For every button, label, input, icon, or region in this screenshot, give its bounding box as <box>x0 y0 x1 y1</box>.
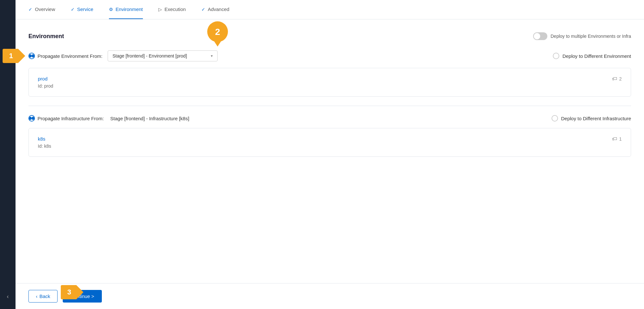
footer-buttons: 3 ‹ Back Continue > <box>28 290 102 303</box>
propagate-infra-radio-button[interactable] <box>28 115 35 122</box>
tab-overview[interactable]: ✓ Overview <box>28 0 55 19</box>
infra-k8s-tag: 🏷 1 <box>612 136 622 142</box>
section-divider <box>28 106 631 106</box>
tab-navigation: ✓ Overview ✓ Service ⚙ Environment ▷ Exe… <box>16 0 644 19</box>
deploy-different-infra-label: Deploy to Different Infrastructure <box>561 116 631 121</box>
environment-icon: ⚙ <box>109 7 113 12</box>
environment-title: Environment <box>28 33 64 40</box>
tab-execution-label: Execution <box>165 6 186 12</box>
svg-text:2: 2 <box>215 27 220 37</box>
chevron-down-icon: ▾ <box>211 54 213 58</box>
sidebar: ‹ <box>0 0 16 309</box>
tab-service[interactable]: ✓ Service <box>71 0 93 19</box>
execution-icon: ▷ <box>158 7 162 12</box>
propagate-env-label: Propagate Environment From: <box>38 53 102 59</box>
main-content: ✓ Overview ✓ Service ⚙ Environment ▷ Exe… <box>16 0 644 309</box>
tab-execution[interactable]: ▷ Execution <box>158 0 186 19</box>
back-button[interactable]: ‹ Back <box>28 290 58 303</box>
propagate-env-value: Stage [frontend] - Environment [prod] <box>113 53 187 59</box>
propagate-infra-value: Stage [frontend] - Infrastructure [k8s] <box>110 116 189 121</box>
propagate-env-dropdown[interactable]: Stage [frontend] - Environment [prod] ▾ <box>108 50 218 61</box>
env-prod-info: prod Id: prod <box>38 76 53 89</box>
deploy-different-env-radio[interactable] <box>553 53 559 59</box>
env-prod-card: prod Id: prod 🏷 2 <box>28 68 631 97</box>
multi-env-toggle-row: Deploy to multiple Environments or Infra <box>533 32 631 40</box>
tag-icon: 🏷 <box>612 136 617 142</box>
propagate-infra-label: Propagate Infrastructure From: <box>38 116 104 121</box>
environment-header: Environment Deploy to multiple Environme… <box>28 32 631 40</box>
tab-advanced[interactable]: ✓ Advanced <box>201 0 230 19</box>
check-icon: ✓ <box>71 7 75 12</box>
infra-k8s-id: Id: k8s <box>38 144 51 149</box>
env-prod-tag: 🏷 2 <box>612 76 622 82</box>
tab-service-label: Service <box>77 6 93 12</box>
tab-environment[interactable]: ⚙ Environment <box>109 0 143 19</box>
propagate-infra-row: Propagate Infrastructure From: Stage [fr… <box>28 115 631 122</box>
tab-overview-label: Overview <box>35 6 55 12</box>
badge-3-body: 3 <box>61 285 76 299</box>
footer-bar: 3 ‹ Back Continue > <box>16 283 644 309</box>
propagate-env-row: 1 Propagate Environment From: Stage [fro… <box>28 50 631 61</box>
back-label: Back <box>39 293 50 299</box>
back-chevron-icon: ‹ <box>36 293 38 299</box>
env-prod-name: prod <box>38 76 53 81</box>
deploy-different-infra[interactable]: Deploy to Different Infrastructure <box>552 115 631 122</box>
badge-1-arrow: 1 <box>3 49 25 63</box>
multi-env-toggle[interactable] <box>533 32 547 40</box>
infra-k8s-name: k8s <box>38 136 51 142</box>
tab-environment-label: Environment <box>116 6 143 12</box>
deploy-different-infra-radio[interactable] <box>552 115 558 122</box>
svg-marker-1 <box>212 38 223 47</box>
badge-3-arrow: 3 <box>61 285 83 299</box>
sidebar-collapse-button[interactable]: ‹ <box>4 291 11 303</box>
badge-2-pin: 2 <box>206 21 229 48</box>
env-prod-tag-count: 2 <box>619 76 622 81</box>
badge-1-body: 1 <box>3 49 18 63</box>
infra-k8s-info: k8s Id: k8s <box>38 136 51 149</box>
deploy-different-env[interactable]: Deploy to Different Environment <box>553 53 631 59</box>
propagate-infra-radio[interactable]: Propagate Infrastructure From: <box>28 115 104 122</box>
propagate-env-radio-button[interactable] <box>28 53 35 59</box>
infra-k8s-tag-count: 1 <box>619 136 622 142</box>
toggle-label: Deploy to multiple Environments or Infra <box>551 34 631 39</box>
badge-1-tip <box>18 49 25 63</box>
deploy-different-env-label: Deploy to Different Environment <box>563 53 631 59</box>
badge-3-tip <box>76 285 83 299</box>
env-prod-id: Id: prod <box>38 83 53 89</box>
check-icon: ✓ <box>201 7 205 12</box>
infra-k8s-card: k8s Id: k8s 🏷 1 <box>28 128 631 157</box>
propagate-env-radio[interactable]: Propagate Environment From: <box>28 53 102 59</box>
tab-advanced-label: Advanced <box>208 6 230 12</box>
check-icon: ✓ <box>28 7 32 12</box>
propagate-env-section: 2 1 Propagate Envi <box>28 50 631 61</box>
content-area: Environment Deploy to multiple Environme… <box>16 19 644 283</box>
tag-icon: 🏷 <box>612 76 617 82</box>
